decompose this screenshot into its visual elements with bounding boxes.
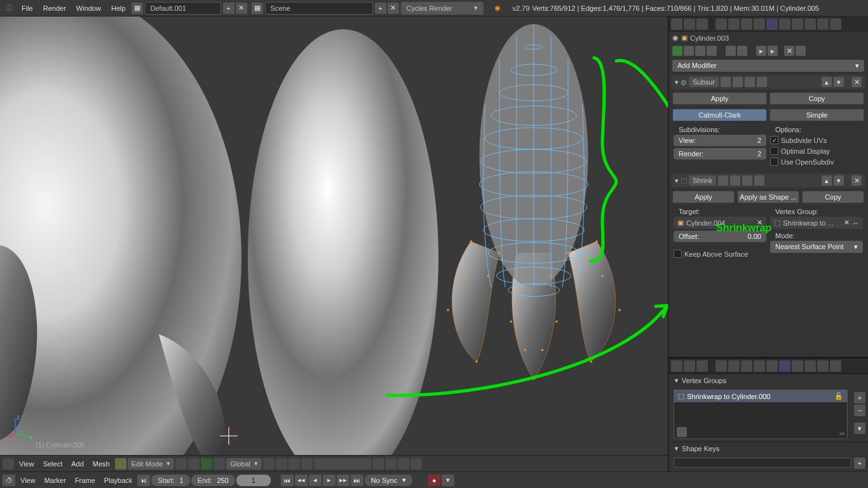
pivot-icon[interactable] <box>188 458 200 470</box>
editor-type-icon[interactable] <box>3 458 14 470</box>
scene-remove-icon[interactable]: ✕ <box>388 3 399 14</box>
move-up-icon[interactable]: ▴ <box>822 175 832 186</box>
start-frame-field[interactable]: Start:1 <box>151 475 189 486</box>
mod-cage-icon[interactable] <box>754 175 764 186</box>
mode-dropdown[interactable]: Edit Mode▾ <box>128 458 175 470</box>
catmull-clark-button[interactable]: Catmull-Clark <box>672 109 767 121</box>
tl-menu-frame[interactable]: Frame <box>71 474 99 487</box>
prop-tab-particles[interactable] <box>817 360 829 372</box>
layout-remove-icon[interactable]: ✕ <box>236 3 247 14</box>
mod-editmode-icon[interactable] <box>742 175 752 186</box>
prop-tab-modifiers[interactable] <box>766 360 778 372</box>
prop-tab-modifiers[interactable] <box>766 18 778 30</box>
prop-tab-layers[interactable] <box>696 360 708 372</box>
3d-viewport[interactable]: User Persp <box>0 17 668 471</box>
shrink-copy-button[interactable]: Copy <box>802 191 864 203</box>
expand-icon[interactable]: ▾ <box>675 177 679 185</box>
vg-filter-icon[interactable] <box>677 427 687 437</box>
vp-menu-select[interactable]: Select <box>39 458 67 470</box>
shrink-apply-button[interactable]: Apply <box>672 191 735 203</box>
layout-field[interactable]: Default.001 <box>145 2 221 15</box>
play-icon[interactable]: ▸ <box>323 475 336 486</box>
limit-sel-icon[interactable] <box>301 458 313 470</box>
keep-above-checkbox[interactable]: Keep Above Surface <box>674 248 766 259</box>
modifier-name-field[interactable]: Subsur <box>689 77 719 87</box>
tl-menu-view[interactable]: View <box>17 474 39 487</box>
snap-target-icon[interactable] <box>398 458 409 470</box>
move-down-icon[interactable]: ▾ <box>834 175 844 186</box>
subdivide-uvs-checkbox[interactable]: ✓Subdivide UVs <box>770 135 863 146</box>
prop-tab-material[interactable] <box>792 18 803 30</box>
end-frame-field[interactable]: End:250 <box>191 475 235 486</box>
delete-modifier-icon[interactable]: ✕ <box>851 175 862 186</box>
render-engine-dropdown[interactable]: Cycles Render ▾ <box>401 2 484 15</box>
scene-add-icon[interactable]: + <box>375 3 386 14</box>
triangle-right-icon[interactable]: ▸ <box>756 46 766 56</box>
prop-tab-physics[interactable] <box>830 360 841 372</box>
mod-editmode-icon[interactable] <box>745 77 755 87</box>
add-modifier-dropdown[interactable]: Add Modifier▾ <box>672 60 864 72</box>
mod-cage-icon[interactable] <box>757 77 767 87</box>
mode-dropdown[interactable]: Nearest Surface Point▾ <box>770 241 863 253</box>
jump-start-icon[interactable]: ⏮ <box>281 475 294 486</box>
snap-icon[interactable] <box>385 458 397 470</box>
target-field[interactable]: ▣ Cylinder.004 ✕ <box>674 217 766 229</box>
editor-type-icon[interactable]: ⏱ <box>3 475 15 486</box>
mode-icon[interactable] <box>115 458 126 470</box>
prop-tab-render[interactable] <box>684 18 695 30</box>
restrict-render-icon[interactable] <box>707 46 717 56</box>
tl-menu-marker[interactable]: Marker <box>41 474 70 487</box>
clear-target-icon[interactable]: ✕ <box>757 219 763 227</box>
clear-vgroup-icon[interactable]: ✕ <box>844 219 850 227</box>
opensubdiv-checkbox[interactable]: Use OpenSubdiv <box>770 156 863 167</box>
prop-pin-icon[interactable] <box>671 18 682 30</box>
preview-range-icon[interactable]: ⏯ <box>137 475 150 486</box>
orientation-dropdown[interactable]: Global▾ <box>226 458 262 470</box>
triangle-left-icon[interactable] <box>737 46 747 56</box>
render-subdiv-field[interactable]: Render:2 <box>674 148 766 159</box>
layout-add-icon[interactable]: + <box>223 3 234 14</box>
shrink-apply-shape-button[interactable]: Apply as Shape ... <box>737 191 799 203</box>
link-icon[interactable] <box>796 46 806 56</box>
tl-menu-playback[interactable]: Playback <box>100 474 137 487</box>
play-icon[interactable]: ▸ <box>768 46 778 56</box>
vertex-groups-panel-title[interactable]: ▼Vertex Groups <box>668 374 868 387</box>
prop-tab-material[interactable] <box>792 360 803 372</box>
invert-vgroup-icon[interactable]: ↔ <box>852 219 859 227</box>
eye-icon[interactable] <box>684 46 694 56</box>
vgroup-field[interactable]: ⬚ Shrinkwrap to ... ✕ ↔ <box>770 217 863 229</box>
pe-icon[interactable] <box>372 458 384 470</box>
keying-set-icon[interactable]: ▾ <box>442 475 454 486</box>
axis-widget-icon[interactable] <box>214 458 225 470</box>
prop-tab-particles[interactable] <box>817 18 829 30</box>
display-mode-icon[interactable] <box>175 458 187 470</box>
offset-field[interactable]: Offset:0.00 <box>674 231 766 242</box>
manipulator-icon[interactable] <box>201 458 212 470</box>
prop-tab-scene[interactable] <box>715 18 727 30</box>
move-down-icon[interactable]: ▾ <box>834 77 844 87</box>
prop-tab-data[interactable] <box>779 18 790 30</box>
current-frame-field[interactable]: 1 <box>236 475 271 486</box>
subsurf-apply-button[interactable]: Apply <box>672 92 767 105</box>
scene-field[interactable]: Scene <box>265 2 373 15</box>
layers-icon[interactable] <box>314 458 371 470</box>
prop-tab-texture[interactable] <box>804 18 816 30</box>
sel-vert-icon[interactable] <box>263 458 275 470</box>
menu-render[interactable]: Render <box>38 2 71 15</box>
vp-menu-mesh[interactable]: Mesh <box>89 458 114 470</box>
vg-remove-button[interactable]: − <box>854 405 865 416</box>
screen-browse-icon[interactable]: ▦ <box>132 3 143 14</box>
sel-face-icon[interactable] <box>288 458 300 470</box>
subsurf-copy-button[interactable]: Copy <box>770 92 864 105</box>
eye-icon-2[interactable] <box>726 46 736 56</box>
blender-icon[interactable]: ⓘ <box>3 2 15 15</box>
menu-window[interactable]: Window <box>71 2 106 15</box>
vg-grip-icon[interactable]: ═ <box>839 430 844 437</box>
prop-tab-object[interactable] <box>741 360 752 372</box>
restrict-view-icon[interactable] <box>695 46 705 56</box>
sync-dropdown[interactable]: No Sync▾ <box>365 475 413 486</box>
mod-realtime-icon[interactable] <box>733 77 743 87</box>
jump-end-icon[interactable]: ⏭ <box>351 475 363 486</box>
keyframe-prev-icon[interactable]: ◂◂ <box>295 475 308 486</box>
optimal-display-checkbox[interactable]: Optimal Display <box>770 146 863 156</box>
